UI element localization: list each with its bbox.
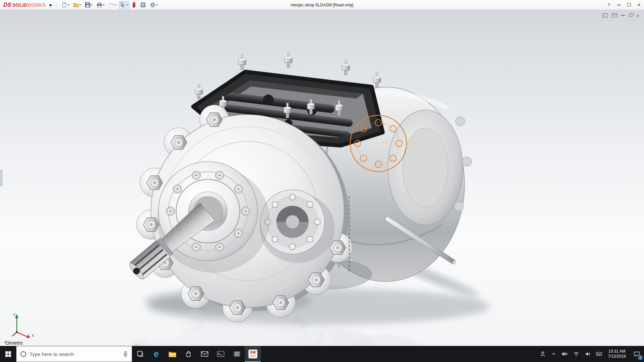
undo-button[interactable]: ▾: [107, 1, 117, 9]
app-button[interactable]: [229, 346, 245, 362]
doc-restore-icon: [629, 14, 632, 17]
minimize-icon: [617, 5, 621, 5]
x-axis-label: X: [32, 334, 34, 338]
edge-button[interactable]: e: [148, 346, 164, 362]
notification-badge: 2: [638, 355, 643, 360]
search-input[interactable]: [30, 351, 120, 357]
print-icon: [97, 2, 102, 8]
close-button[interactable]: ×: [634, 0, 644, 10]
people-button[interactable]: [537, 346, 548, 362]
maximize-icon: [627, 3, 631, 6]
gearbox-model-canvas[interactable]: [0, 10, 644, 346]
battery-icon: [562, 351, 568, 357]
clock-time: 10:31 AM: [608, 349, 626, 354]
volume-button[interactable]: [582, 346, 593, 362]
file-report-icon: [140, 2, 146, 8]
svg-text:2017: 2017: [250, 355, 256, 358]
wifi-icon: [573, 351, 579, 357]
orientation-triad[interactable]: Y X: [4, 310, 38, 339]
y-axis-arrow: [15, 314, 18, 318]
doc-minimize-button[interactable]: [621, 13, 625, 18]
taskbar-clock[interactable]: 10:31 AM 7/13/2018: [605, 349, 629, 359]
appearance-button[interactable]: [130, 1, 138, 9]
system-tray: 10:31 AM 7/13/2018 2: [537, 346, 644, 362]
solidworks-app-icon: SW 2017: [248, 349, 258, 359]
battery-button[interactable]: [559, 346, 571, 362]
solidworks-taskbar-button[interactable]: SW 2017: [245, 346, 261, 362]
menu-flyout-arrow[interactable]: ▶: [48, 3, 57, 7]
store-icon: [185, 351, 192, 357]
options-button[interactable]: ▾: [149, 1, 159, 9]
network-button[interactable]: [571, 346, 582, 362]
select-tool-button[interactable]: ▾: [119, 1, 129, 9]
options-gear-icon: [150, 2, 156, 8]
app-icon: [233, 351, 240, 357]
store-button[interactable]: [180, 346, 197, 362]
view-orientation-label: *Dimetric: [4, 340, 23, 346]
task-view-button[interactable]: [132, 346, 148, 362]
svg-text:SW: SW: [250, 350, 256, 354]
hidden-icons-button[interactable]: [548, 346, 559, 362]
file-report-button[interactable]: [139, 1, 147, 9]
open-button[interactable]: ▾: [72, 1, 82, 9]
volume-icon: [585, 351, 591, 357]
save-floppy-icon: [85, 2, 91, 8]
cortana-icon: [20, 351, 26, 357]
windows-logo-icon: [5, 351, 11, 357]
task-view-icon: [137, 351, 144, 357]
file-explorer-icon: [168, 351, 176, 357]
mail-icon: [201, 351, 208, 357]
pane-split-vertical-icon: [602, 13, 608, 17]
windows-taskbar: e: [0, 346, 644, 362]
document-window-controls: ×: [602, 13, 639, 18]
mail-button[interactable]: [197, 346, 213, 362]
clock-date: 7/13/2018: [608, 354, 626, 359]
ds-logo-mark: DS: [3, 2, 11, 8]
feature-tree-collapse-handle[interactable]: [0, 170, 2, 186]
window-controls: ? ×: [604, 0, 644, 10]
minimize-button[interactable]: [614, 0, 624, 10]
help-button[interactable]: ?: [604, 0, 614, 10]
new-document-button[interactable]: ▾: [60, 1, 70, 9]
people-icon: [540, 351, 546, 357]
action-center-button[interactable]: 2: [629, 346, 644, 362]
new-document-icon: [61, 2, 67, 8]
touch-keyboard-button[interactable]: [593, 346, 605, 362]
pane-split-horizontal-icon: [612, 13, 617, 17]
touch-keyboard-icon: [596, 352, 602, 356]
graphics-viewport[interactable]: × Y X *Dimetric: [0, 10, 644, 346]
titlebar: DSSOLIDWORKS ▶ ▾ ▾ ▾ ▾ ▾ ▾: [0, 0, 644, 10]
doc-close-button[interactable]: ×: [636, 13, 639, 18]
taskbar-search[interactable]: [16, 346, 132, 362]
select-cursor-icon: [120, 2, 126, 8]
doc-minimize-icon: [621, 15, 625, 16]
doc-restore-button[interactable]: [629, 13, 632, 18]
terminal-icon: [217, 351, 224, 357]
terminal-button[interactable]: [213, 346, 229, 362]
y-axis-label: Y: [13, 313, 16, 317]
open-folder-icon: [73, 2, 79, 8]
print-button[interactable]: ▾: [95, 1, 106, 9]
pane-split-horizontal-button[interactable]: [612, 13, 617, 18]
pane-split-vertical-button[interactable]: [602, 13, 608, 18]
appearance-icon: [132, 2, 136, 8]
chevron-up-icon: [551, 351, 556, 357]
maximize-button[interactable]: [624, 0, 634, 10]
gearbox-assembly-model[interactable]: [127, 53, 472, 322]
edge-icon: e: [154, 350, 159, 359]
undo-icon: [108, 2, 114, 8]
file-explorer-button[interactable]: [164, 346, 180, 362]
solidworks-logo: DSSOLIDWORKS: [0, 2, 48, 8]
solidworks-window: DSSOLIDWORKS ▶ ▾ ▾ ▾ ▾ ▾ ▾: [0, 0, 644, 362]
start-button[interactable]: [0, 346, 16, 362]
microphone-icon[interactable]: [123, 351, 128, 357]
save-button[interactable]: ▾: [84, 1, 94, 9]
document-title: menjac sklop.SLDASM [Read-only]: [290, 0, 353, 10]
